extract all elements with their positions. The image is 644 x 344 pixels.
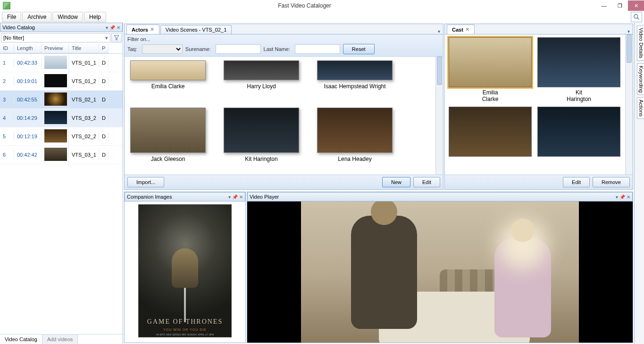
panel-close-icon[interactable]: ✕ bbox=[627, 194, 630, 200]
catalog-row[interactable]: 1 00:42:33 VTS_01_1 D bbox=[0, 54, 123, 72]
panel-dropdown-icon[interactable]: ▾ bbox=[616, 194, 618, 200]
cast-edit-button[interactable]: Edit bbox=[563, 177, 590, 187]
col-preview[interactable]: Preview bbox=[42, 43, 69, 53]
row-thumbnail bbox=[44, 111, 67, 124]
player-header: Video Player ▾ 📌 ✕ bbox=[247, 192, 633, 201]
panel-dropdown-icon[interactable]: ▾ bbox=[627, 29, 630, 34]
maximize-button[interactable]: ❐ bbox=[612, 0, 628, 11]
filter-heading: Filter on... bbox=[127, 36, 438, 42]
reset-button[interactable]: Reset bbox=[343, 44, 375, 54]
cast-thumbnail bbox=[537, 107, 620, 157]
poster-title: GAME OF THRONES bbox=[139, 318, 231, 326]
row-thumbnail bbox=[44, 56, 67, 69]
tab-video-catalog[interactable]: Video Catalog bbox=[0, 335, 42, 344]
cast-card[interactable] bbox=[536, 107, 621, 157]
panel-dropdown-icon[interactable]: ▾ bbox=[228, 194, 231, 200]
actor-thumbnail bbox=[224, 60, 299, 80]
window-controls: — ❐ ✕ bbox=[596, 0, 644, 11]
cast-scrollbar[interactable] bbox=[625, 34, 633, 175]
tab-video-details[interactable]: Video Details bbox=[637, 25, 644, 61]
catalog-grid-header: ID Length Preview Title P bbox=[0, 43, 123, 54]
tab-actors[interactable]: Actors✕ bbox=[126, 25, 159, 34]
catalog-filter-value: [No filter] bbox=[3, 35, 24, 41]
lastname-input[interactable] bbox=[295, 44, 340, 54]
companion-poster[interactable]: GAME OF THRONES YOU WIN OR YOU DIE AN EP… bbox=[138, 204, 232, 337]
actor-card[interactable]: Emilia Clarke bbox=[128, 60, 208, 98]
cast-card[interactable]: EmiliaClarke bbox=[448, 37, 533, 103]
panel-pin-icon[interactable]: 📌 bbox=[109, 25, 115, 30]
menu-window[interactable]: Window bbox=[52, 12, 83, 22]
video-player-viewport[interactable] bbox=[247, 201, 633, 343]
actor-card[interactable]: Jack Gleeson bbox=[128, 108, 208, 171]
menu-archive[interactable]: Archive bbox=[22, 12, 51, 22]
actor-card[interactable]: Kit Harington bbox=[222, 108, 301, 171]
catalog-bottom-tabs: Video Catalog Add videos bbox=[0, 334, 123, 344]
catalog-filter-button[interactable] bbox=[111, 33, 122, 42]
close-button[interactable]: ✕ bbox=[628, 0, 644, 11]
actors-panel: Actors✕ Video Scenes - VTS_02_1 ▾ Filter… bbox=[124, 24, 443, 190]
col-length[interactable]: Length bbox=[14, 43, 42, 53]
actor-name: Kit Harington bbox=[245, 156, 277, 162]
cast-thumbnail bbox=[449, 107, 532, 157]
col-id[interactable]: ID bbox=[0, 43, 14, 53]
panel-close-icon[interactable]: ✕ bbox=[239, 194, 243, 200]
actor-thumbnail bbox=[224, 108, 299, 153]
col-title[interactable]: Title bbox=[69, 43, 99, 53]
cast-card[interactable] bbox=[448, 107, 533, 157]
import-button[interactable]: Import... bbox=[127, 177, 164, 187]
catalog-row[interactable]: 4 00:14:29 VTS_03_2 D bbox=[0, 109, 123, 127]
cast-name: KitHarington bbox=[567, 89, 591, 103]
cast-thumbnail bbox=[449, 37, 532, 87]
actor-card[interactable]: Lena Headey bbox=[315, 108, 394, 171]
surename-input[interactable] bbox=[216, 44, 261, 54]
tab-cast[interactable]: Cast✕ bbox=[447, 25, 475, 34]
new-button[interactable]: New bbox=[382, 177, 410, 187]
companion-title: Companion Images bbox=[127, 194, 227, 200]
search-icon bbox=[633, 14, 640, 20]
panel-dropdown-icon[interactable]: ▾ bbox=[438, 29, 440, 34]
app-title: Fast Video Cataloger bbox=[13, 2, 596, 9]
actor-thumbnail bbox=[130, 108, 206, 153]
tab-add-videos[interactable]: Add videos bbox=[42, 335, 78, 344]
companion-images-panel: Companion Images ▾ 📌 ✕ GAME OF THRONES Y… bbox=[124, 192, 246, 343]
cast-tab-strip: Cast✕ ▾ bbox=[445, 24, 633, 34]
panel-pin-icon[interactable]: 📌 bbox=[619, 194, 625, 200]
menu-file[interactable]: File bbox=[2, 12, 21, 22]
catalog-row[interactable]: 2 00:19:01 VTS_01_2 D bbox=[0, 72, 123, 91]
cast-card[interactable]: KitHarington bbox=[536, 37, 621, 103]
actor-card[interactable]: Harry Lloyd bbox=[222, 60, 301, 98]
col-p[interactable]: P bbox=[99, 43, 109, 53]
video-catalog-header: Video Catalog ▾ 📌 ✕ bbox=[0, 23, 123, 32]
actors-scrollbar[interactable] bbox=[435, 57, 443, 175]
minimize-button[interactable]: — bbox=[596, 0, 612, 11]
app-icon bbox=[3, 2, 10, 9]
tab-keywording[interactable]: Keywording bbox=[637, 63, 644, 95]
lastname-label: Last Name: bbox=[264, 46, 290, 52]
tab-video-scenes[interactable]: Video Scenes - VTS_02_1 bbox=[160, 25, 232, 34]
actor-thumbnail bbox=[317, 60, 393, 80]
row-thumbnail bbox=[44, 74, 67, 87]
edit-button[interactable]: Edit bbox=[413, 177, 440, 187]
catalog-row[interactable]: 3 00:42:55 VTS_02_1 D bbox=[0, 91, 123, 109]
close-icon[interactable]: ✕ bbox=[465, 26, 469, 33]
close-icon[interactable]: ✕ bbox=[150, 26, 154, 33]
actor-name: Isaac Hempstead Wright bbox=[324, 83, 385, 90]
panel-close-icon[interactable]: ✕ bbox=[117, 25, 120, 30]
cast-remove-button[interactable]: Remove bbox=[593, 177, 630, 187]
row-thumbnail bbox=[44, 148, 67, 161]
catalog-row[interactable]: 6 00:42:42 VTS_03_1 D bbox=[0, 146, 123, 164]
video-catalog-title: Video Catalog bbox=[2, 25, 104, 30]
panel-pin-icon[interactable]: 📌 bbox=[232, 194, 238, 200]
actor-thumbnail bbox=[317, 108, 393, 153]
actor-card[interactable]: Isaac Hempstead Wright bbox=[315, 60, 394, 98]
catalog-filter-select[interactable]: [No filter] bbox=[1, 33, 110, 42]
tab-actions[interactable]: Actions bbox=[637, 97, 644, 119]
menu-help[interactable]: Help bbox=[84, 12, 106, 22]
tag-select[interactable] bbox=[142, 44, 183, 54]
catalog-row[interactable]: 5 00:12:19 VTS_02_2 D bbox=[0, 127, 123, 146]
panel-dropdown-icon[interactable]: ▾ bbox=[106, 25, 108, 30]
global-search-button[interactable] bbox=[631, 12, 642, 22]
actor-name: Emilia Clarke bbox=[151, 83, 185, 90]
actors-tab-strip: Actors✕ Video Scenes - VTS_02_1 ▾ bbox=[125, 24, 443, 34]
tag-label: Taq: bbox=[127, 46, 137, 52]
